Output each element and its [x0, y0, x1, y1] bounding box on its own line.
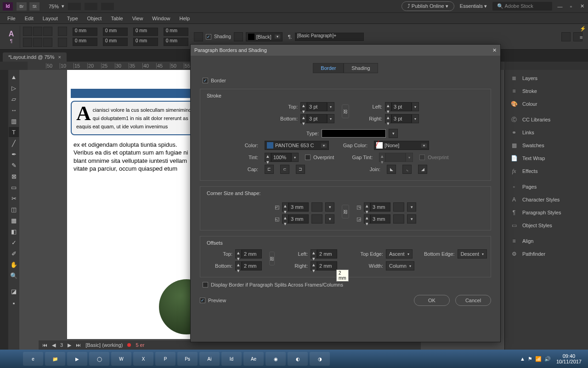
offset-left-input[interactable]: ▴▾2 mm	[311, 249, 337, 259]
workspace-switcher[interactable]: Essentials ▾	[460, 3, 487, 9]
minimize-button[interactable]: —	[557, 4, 563, 9]
panel-links[interactable]: ⚭Links	[505, 126, 588, 139]
corner-tr-shape[interactable]	[393, 202, 404, 212]
page-number-field[interactable]: 3	[60, 342, 63, 348]
selection-tool[interactable]: ▲	[9, 72, 19, 82]
first-line-indent-input[interactable]: 0 mm	[103, 28, 128, 36]
panel-pages[interactable]: ▫Pages	[505, 180, 588, 193]
line-tool[interactable]: ╱	[9, 138, 19, 148]
taskbar-clock[interactable]: 09:4010/11/2017	[553, 353, 585, 364]
fill-stroke-proxy[interactable]: ◪	[9, 285, 19, 297]
justify-right-button[interactable]	[43, 38, 52, 47]
chevron-down-icon[interactable]: ▾	[62, 3, 64, 9]
shading-color-select[interactable]: [Black]▾	[246, 32, 283, 41]
stroke-type-dropdown[interactable]: ▾	[389, 129, 398, 138]
page-nav-first-icon[interactable]: ⏮	[42, 342, 47, 348]
corner-link-icon[interactable]: ⛓	[342, 205, 349, 218]
panel-stroke[interactable]: ≡Stroke	[505, 85, 588, 98]
taskbar-app-4[interactable]: W	[111, 352, 131, 366]
menu-window[interactable]: Window	[147, 16, 175, 21]
top-edge-select[interactable]: Ascent▾	[386, 249, 413, 259]
panel-text-wrap[interactable]: 📄Text Wrap	[505, 152, 588, 165]
close-tab-icon[interactable]: ×	[58, 54, 61, 60]
corner-bl-input[interactable]: ▴▾3 mm	[282, 214, 309, 224]
menu-object[interactable]: Object	[83, 16, 107, 21]
paragraph-style-select[interactable]: [Basic Paragraph]+	[295, 33, 364, 41]
grid-align2-input[interactable]: 0 mm	[164, 38, 188, 46]
corner-tl-shape[interactable]	[311, 202, 322, 212]
stroke-right-input[interactable]: ▴▾3 pt▾	[385, 114, 419, 123]
stroke-bottom-input[interactable]: ▴▾3 pt▾	[300, 114, 334, 123]
taskbar-app-3[interactable]: ◯	[89, 352, 109, 366]
rectangle-frame-tool[interactable]: ⊠	[9, 171, 19, 181]
publish-online-button[interactable]: ⤴ Publish Online ▾	[401, 1, 454, 11]
type-tool[interactable]: T	[9, 127, 19, 137]
border-checkbox[interactable]: ✓	[203, 78, 208, 83]
hand-tool[interactable]: ✋	[9, 259, 19, 270]
taskbar-app-6[interactable]: P	[155, 352, 175, 366]
corner-bl-shape[interactable]	[311, 214, 322, 224]
display-split-checkbox[interactable]	[203, 282, 208, 288]
quick-apply-icon[interactable]: ⚡	[580, 26, 586, 32]
direct-selection-tool[interactable]: ▷	[9, 83, 19, 93]
content-collector-tool[interactable]: ▥	[9, 116, 19, 126]
cap-round-button[interactable]: ⊂	[280, 165, 289, 174]
character-mode-icon[interactable]: A	[9, 30, 14, 38]
taskbar-app-5[interactable]: X	[133, 352, 153, 366]
join-round-button[interactable]: ◟	[402, 165, 412, 174]
corner-tr-input[interactable]: ▴▾3 mm	[364, 202, 390, 212]
panel-paragraph-styles[interactable]: ¶Paragraph Styles	[505, 206, 588, 219]
offset-right-input[interactable]: ▴▾2 mm	[311, 261, 337, 270]
adobe-stock-search[interactable]: 🔍 Adobe Stock	[492, 2, 552, 11]
indent-right-input[interactable]: 0 mm	[73, 38, 97, 46]
taskbar-app-1[interactable]: 📁	[45, 352, 65, 366]
paragraph-mode-icon[interactable]: ¶	[10, 38, 13, 44]
shading-checkbox[interactable]: ✓	[206, 34, 211, 40]
cancel-button[interactable]: Cancel	[455, 295, 491, 306]
taskbar-app-7[interactable]: Ps	[177, 352, 198, 366]
panel-align[interactable]: ≡Align	[505, 235, 588, 247]
document-tab[interactable]: *Layout.indd @ 75%×	[3, 52, 67, 62]
rectangle-tool[interactable]: ▭	[9, 182, 19, 192]
preflight-error-icon[interactable]	[127, 343, 131, 347]
stroke-color-select[interactable]: PANTONE 653 C▾	[265, 141, 329, 150]
gradient-swatch-tool[interactable]: ▦	[9, 215, 19, 225]
screen-mode-dropdown[interactable]	[85, 3, 97, 10]
panel-effects[interactable]: fxEffects	[505, 165, 588, 178]
taskbar-app-11[interactable]: ◉	[266, 352, 286, 366]
bottom-edge-select[interactable]: Descent▾	[458, 249, 487, 259]
bordered-paragraph[interactable]: A cianisci vo­lore la cus solecullam sim…	[71, 101, 201, 135]
corner-br-input[interactable]: ▴▾3 mm	[364, 214, 390, 224]
bridge-button[interactable]: Br	[17, 2, 27, 11]
last-line-indent-input[interactable]: 0 mm	[103, 38, 128, 46]
indent-left-input[interactable]: 0 mm	[73, 28, 97, 36]
pen-tool[interactable]: ✒	[9, 149, 19, 159]
bullet-list-button[interactable]	[561, 32, 571, 41]
taskbar-app-13[interactable]: ◑	[310, 352, 330, 366]
panel-layers[interactable]: ≣Layers	[505, 72, 588, 85]
cap-butt-button[interactable]: ⊏	[265, 165, 274, 174]
menu-table[interactable]: Table	[106, 16, 127, 21]
gradient-feather-tool[interactable]: ◧	[9, 226, 19, 236]
align-to-grid-button[interactable]	[194, 32, 203, 41]
panel-colour[interactable]: 🎨Colour	[505, 98, 588, 110]
volume-icon[interactable]: 🔊	[544, 356, 551, 362]
note-tool[interactable]: ✓	[9, 237, 19, 247]
overprint-checkbox[interactable]	[305, 155, 311, 160]
wifi-icon[interactable]: 📶	[535, 356, 542, 362]
close-button[interactable]: ✕	[579, 3, 585, 9]
justify-all-button[interactable]	[58, 27, 67, 36]
join-miter-button[interactable]: ◣	[387, 165, 396, 174]
start-button[interactable]	[3, 350, 21, 368]
gap-color-select[interactable]: ╱[None]▾	[374, 141, 429, 150]
taskbar-app-2[interactable]: ▶	[67, 352, 87, 366]
page-nav-last-icon[interactable]: ⏭	[76, 342, 81, 348]
tab-shading[interactable]: Shading	[344, 63, 378, 73]
menu-edit[interactable]: Edit	[20, 16, 38, 21]
align-right-button[interactable]	[43, 27, 52, 36]
taskbar-app-8[interactable]: Ai	[199, 352, 220, 366]
offset-top-input[interactable]: ▴▾2 mm	[235, 249, 262, 259]
body-paragraph[interactable]: ex et odigendam do­lupta tiuntia spidus.…	[74, 141, 198, 173]
control-menu-icon[interactable]: ≡	[580, 34, 586, 40]
width-select[interactable]: Column▾	[386, 261, 414, 270]
